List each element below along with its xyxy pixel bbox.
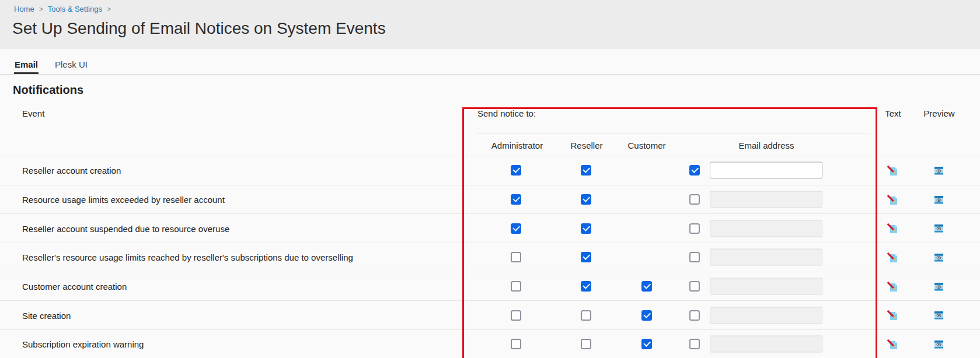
column-header-preview: Preview: [923, 108, 954, 118]
breadcrumb: Home > Tools & Settings >: [14, 5, 116, 13]
email-address-input[interactable]: [710, 307, 822, 324]
edit-text-icon[interactable]: [886, 193, 899, 206]
administrator-checkbox[interactable]: [511, 339, 521, 349]
reseller-checkbox[interactable]: [581, 165, 591, 176]
tab-email[interactable]: Email: [14, 59, 39, 74]
column-header-event: Event: [22, 108, 44, 118]
reseller-checkbox[interactable]: [581, 223, 591, 234]
email-notice-checkbox[interactable]: [689, 339, 700, 349]
edit-text-icon[interactable]: [886, 222, 899, 235]
email-notice-checkbox[interactable]: [689, 252, 700, 262]
notifications-heading: Notifications: [13, 83, 83, 97]
reseller-checkbox[interactable]: [581, 281, 591, 292]
table-header: Event Send notice to: Text Preview Admin…: [0, 100, 980, 156]
administrator-checkbox[interactable]: [511, 194, 521, 205]
email-notice-checkbox[interactable]: [689, 165, 700, 176]
edit-text-icon[interactable]: [886, 164, 899, 177]
email-address-input[interactable]: [710, 336, 822, 353]
event-label: Customer account creation: [22, 282, 127, 292]
table-row: Subscription expiration warning: [0, 329, 980, 358]
event-label: Resource usage limits exceeded by resell…: [22, 195, 225, 205]
customer-checkbox[interactable]: [641, 310, 652, 321]
edit-text-icon[interactable]: [886, 338, 899, 350]
event-label: Reseller account suspended due to resour…: [22, 223, 229, 233]
preview-window-icon-svg: [933, 251, 945, 264]
breadcrumb-separator: >: [39, 5, 43, 13]
edit-text-icon[interactable]: [886, 251, 899, 264]
preview-window-icon-svg: [933, 194, 945, 206]
edit-text-icon[interactable]: [886, 280, 899, 293]
column-header-email-address: Email address: [738, 141, 794, 150]
customer-checkbox[interactable]: [641, 339, 652, 349]
edit-text-icon-svg: [887, 338, 899, 350]
page-title: Set Up Sending of Email Notices on Syste…: [12, 19, 386, 38]
email-address-input[interactable]: [710, 191, 822, 208]
event-label: Reseller account creation: [22, 166, 121, 176]
tab-bar: Email Plesk UI: [0, 57, 980, 75]
preview-window-icon[interactable]: [932, 222, 945, 235]
email-notice-checkbox[interactable]: [689, 310, 700, 321]
administrator-checkbox[interactable]: [511, 252, 521, 262]
email-address-input[interactable]: [710, 249, 822, 266]
customer-checkbox[interactable]: [641, 281, 652, 292]
header-divider: [476, 134, 870, 134]
edit-text-icon-svg: [887, 280, 899, 293]
administrator-checkbox[interactable]: [511, 223, 521, 234]
plesk-email-notices-page: Home > Tools & Settings > Set Up Sending…: [0, 0, 980, 358]
event-label: Subscription expiration warning: [22, 339, 144, 349]
notifications-table: Event Send notice to: Text Preview Admin…: [0, 100, 980, 358]
edit-text-icon-svg: [887, 164, 899, 177]
reseller-checkbox[interactable]: [581, 252, 591, 262]
email-address-input[interactable]: [710, 278, 822, 295]
table-row: Reseller's resource usage limits reached…: [0, 243, 980, 272]
preview-window-icon-svg: [933, 164, 945, 177]
table-rows: Reseller account creation Resource usage…: [0, 156, 980, 358]
column-header-reseller: Reseller: [570, 141, 602, 150]
preview-window-icon[interactable]: [932, 280, 945, 293]
administrator-checkbox[interactable]: [511, 310, 521, 321]
reseller-checkbox[interactable]: [581, 194, 591, 205]
email-address-input[interactable]: [710, 220, 822, 237]
breadcrumb-link-home[interactable]: Home: [14, 5, 34, 13]
reseller-checkbox[interactable]: [581, 310, 591, 321]
edit-text-icon-svg: [887, 251, 899, 264]
preview-window-icon[interactable]: [932, 309, 945, 322]
event-label: Site creation: [22, 310, 71, 320]
edit-text-icon-svg: [887, 194, 899, 206]
table-row: Reseller account creation: [0, 156, 980, 185]
breadcrumb-separator: >: [107, 5, 111, 13]
preview-window-icon[interactable]: [932, 338, 945, 350]
preview-window-icon-svg: [933, 222, 945, 234]
table-row: Reseller account suspended due to resour…: [0, 213, 980, 243]
preview-window-icon-svg: [933, 309, 945, 321]
event-label: Reseller's resource usage limits reached…: [22, 252, 353, 262]
preview-window-icon-svg: [933, 280, 945, 293]
table-row: Site creation: [0, 300, 980, 329]
edit-text-icon-svg: [887, 309, 899, 321]
edit-text-icon[interactable]: [886, 309, 899, 322]
preview-window-icon[interactable]: [932, 193, 945, 206]
table-row: Customer account creation: [0, 272, 980, 301]
column-header-customer: Customer: [627, 141, 665, 150]
preview-window-icon[interactable]: [932, 164, 945, 177]
email-notice-checkbox[interactable]: [689, 281, 700, 292]
page-header: Home > Tools & Settings > Set Up Sending…: [0, 0, 980, 49]
table-row: Resource usage limits exceeded by resell…: [0, 185, 980, 214]
breadcrumb-link-tools-settings[interactable]: Tools & Settings: [48, 5, 102, 13]
column-header-send-notice-to: Send notice to:: [477, 108, 536, 118]
email-notice-checkbox[interactable]: [689, 194, 700, 205]
column-header-text: Text: [885, 108, 901, 118]
preview-window-icon[interactable]: [932, 251, 945, 264]
preview-window-icon-svg: [933, 338, 945, 350]
email-address-input[interactable]: [710, 162, 822, 179]
tab-plesk-ui[interactable]: Plesk UI: [54, 59, 88, 74]
email-notice-checkbox[interactable]: [689, 223, 700, 234]
edit-text-icon-svg: [887, 222, 899, 234]
column-header-administrator: Administrator: [491, 141, 543, 150]
administrator-checkbox[interactable]: [511, 281, 521, 292]
administrator-checkbox[interactable]: [511, 165, 521, 176]
reseller-checkbox[interactable]: [581, 339, 591, 349]
